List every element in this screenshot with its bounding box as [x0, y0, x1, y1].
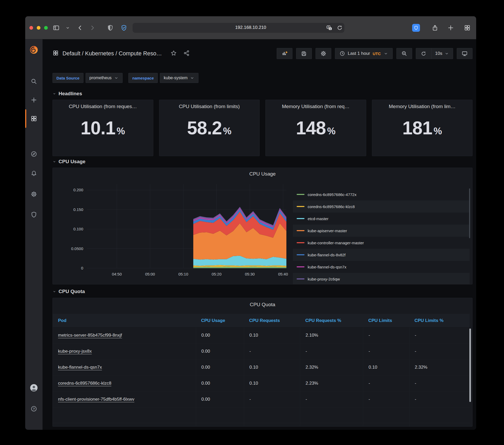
pod-cell: kube-proxy-jsx8x: [53, 343, 196, 359]
share-icon[interactable]: [432, 24, 438, 31]
stat-value: 148%: [266, 119, 366, 137]
pod-link[interactable]: kube-flannel-ds-qsn7x: [58, 365, 102, 370]
server-admin-shield-icon[interactable]: [30, 211, 37, 219]
translate-icon[interactable]: A a: [326, 25, 333, 31]
legend-item[interactable]: kube-flannel-ds-8v82f: [293, 249, 470, 261]
section-header-cpu-quota[interactable]: CPU Quota: [52, 289, 472, 294]
value-cell: -: [300, 391, 363, 407]
stat-title[interactable]: Memory Utilisation (from req…: [266, 104, 366, 109]
table-scrollbar[interactable]: [469, 329, 471, 402]
bitwarden-icon[interactable]: [412, 24, 420, 32]
time-range-picker[interactable]: Last 1 hour UTC: [335, 48, 393, 59]
value-cell: [363, 407, 409, 423]
section-header-cpu-usage[interactable]: CPU Usage: [52, 159, 472, 165]
refresh-interval-label: 10s: [435, 51, 442, 56]
legend-label: kube-proxy-2c6qw: [308, 277, 340, 281]
explore-compass-icon[interactable]: [30, 151, 37, 158]
value-cell: -: [363, 343, 409, 359]
x-tick-label: 05:40: [278, 272, 288, 276]
shield-check-icon[interactable]: [120, 24, 127, 31]
kiosk-tv-button[interactable]: [457, 48, 472, 59]
add-panel-button[interactable]: [277, 48, 292, 59]
svg-text:a: a: [330, 28, 331, 30]
stat-title[interactable]: Memory Utilisation (from lim…: [372, 104, 472, 109]
value-cell: 0.10: [244, 359, 300, 375]
share-nodes-icon[interactable]: [183, 50, 190, 57]
column-header-6[interactable]: CPU Limits %: [409, 314, 470, 327]
configuration-gear-icon[interactable]: [30, 191, 37, 199]
forward-icon[interactable]: [89, 24, 96, 31]
column-header-2[interactable]: CPU Usage: [196, 314, 244, 327]
refresh-button[interactable]: [416, 48, 432, 59]
y-tick-label: 0.200: [73, 188, 83, 192]
value-cell: [196, 423, 244, 427]
value-cell: -: [363, 375, 409, 391]
zoom-button[interactable]: [44, 26, 48, 30]
chevron-down-icon[interactable]: [65, 25, 70, 30]
legend-item[interactable]: coredns-6c8957686c-klzc8: [293, 200, 470, 213]
column-header-4[interactable]: CPU Requests %: [300, 314, 363, 327]
sidebar-icon[interactable]: [53, 24, 60, 31]
star-icon[interactable]: [170, 50, 177, 57]
privacy-shield-icon[interactable]: [107, 24, 114, 31]
close-button[interactable]: [29, 26, 33, 30]
legend-item[interactable]: kube-apiserver-master: [293, 225, 470, 237]
grafana-logo[interactable]: [29, 45, 39, 56]
column-header-1[interactable]: Pod: [53, 314, 196, 327]
save-button[interactable]: [296, 48, 312, 59]
legend-item[interactable]: coredns-6c8957686c-4772x: [293, 188, 470, 200]
reload-icon[interactable]: [337, 25, 343, 31]
plus-icon[interactable]: [30, 97, 37, 104]
legend-scrollbar[interactable]: [469, 188, 470, 238]
stat-title[interactable]: CPU Utilisation (from limits): [159, 104, 260, 109]
pod-link[interactable]: kube-proxy-jsx8x: [58, 349, 92, 354]
value-cell: -: [409, 343, 470, 359]
section-header-headlines[interactable]: Headlines: [52, 91, 472, 97]
section-title: CPU Usage: [59, 159, 85, 165]
stat-panel-4: Memory Utilisation (from lim…181%: [372, 100, 473, 156]
pod-cell: coredns-6c8957686c-klzc8: [53, 375, 196, 391]
minimize-button[interactable]: [37, 26, 40, 30]
stat-panel-1: CPU Utilisation (from reques…10.1%: [52, 100, 153, 156]
search-icon[interactable]: [30, 78, 37, 86]
pod-link[interactable]: metrics-server-85b475cf99-8nxjf: [58, 333, 122, 338]
alerting-bell-icon[interactable]: [30, 170, 37, 178]
legend-item[interactable]: kube-flannel-ds-qsn7x: [293, 261, 470, 273]
pod-link[interactable]: coredns-6c8957686c-klzc8: [58, 381, 111, 386]
legend-item[interactable]: kube-proxy-2c6qw: [293, 273, 470, 284]
value-cell: [300, 423, 363, 427]
section-title: CPU Quota: [59, 289, 85, 294]
value-cell: 0.10: [363, 359, 409, 375]
pod-cell: metrics-server-85b475cf99-8nxjf: [53, 327, 196, 343]
legend-item[interactable]: etcd-master: [293, 213, 470, 225]
column-header-5[interactable]: CPU Limits: [363, 314, 409, 327]
table-title[interactable]: CPU Quota: [53, 302, 472, 308]
table-row: nfs-client-provisioner-75dfb4b5ff-6lxwv0…: [53, 391, 470, 407]
variables-row: Data Sourceprometheusnamespacekube-syste…: [52, 73, 472, 83]
new-tab-icon[interactable]: [447, 24, 454, 31]
stat-panel-3: Memory Utilisation (from req…148%: [265, 100, 366, 156]
settings-gear-button[interactable]: [316, 48, 331, 59]
avatar[interactable]: [30, 384, 38, 393]
y-tick-label: 0.100: [73, 227, 83, 231]
pod-link[interactable]: nfs-client-provisioner-75dfb4b5ff-6lxwv: [58, 397, 134, 402]
back-icon[interactable]: [77, 24, 83, 31]
legend-label: coredns-6c8957686c-4772x: [308, 192, 356, 197]
help-icon[interactable]: ?: [30, 405, 37, 413]
address-bar[interactable]: [133, 23, 344, 33]
legend-swatch: [297, 242, 304, 243]
dashboard-nav: Default / Kubernetes / Compute Reso…: [52, 47, 472, 60]
legend-swatch: [297, 218, 304, 219]
refresh-interval-dropdown[interactable]: 10s: [431, 48, 453, 59]
variable-value-dropdown-0[interactable]: prometheus: [86, 73, 123, 83]
breadcrumb[interactable]: Default / Kubernetes / Compute Reso…: [62, 50, 162, 57]
column-header-3[interactable]: CPU Requests: [244, 314, 300, 327]
variable-value-dropdown-1[interactable]: kube-system: [160, 73, 199, 83]
legend-item[interactable]: kube-controller-manager-master: [293, 237, 470, 249]
legend-swatch: [297, 254, 304, 255]
browser-toolbar: 192.168.10.210 A a: [25, 16, 476, 39]
zoom-out-button[interactable]: [396, 48, 412, 59]
tab-overview-icon[interactable]: [464, 24, 471, 31]
stat-title[interactable]: CPU Utilisation (from reques…: [53, 104, 153, 109]
dashboards-icon[interactable]: [30, 115, 37, 123]
